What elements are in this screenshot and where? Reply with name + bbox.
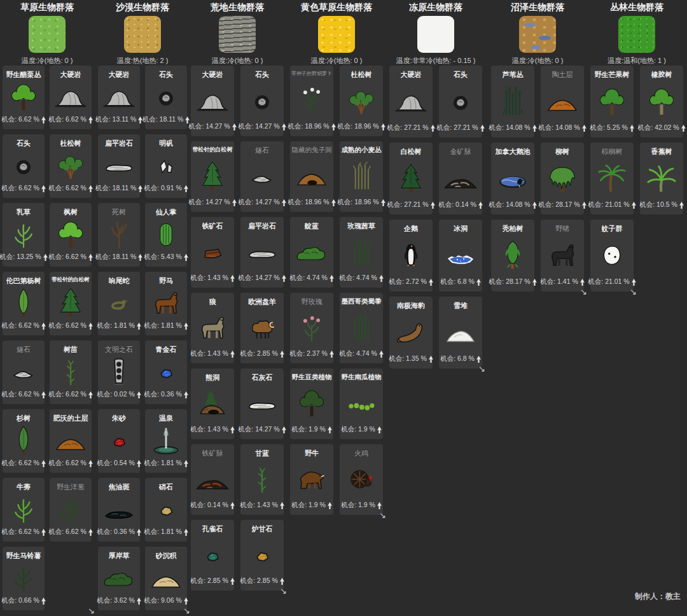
- item-card[interactable]: 玫瑰茜草机会: 4.74 %: [340, 217, 383, 288]
- item-card[interactable]: 厚岸草机会: 3.62 %: [98, 547, 140, 610]
- item-card[interactable]: 死树机会: 18.11 %: [98, 203, 140, 267]
- item-card[interactable]: 扁平岩石机会: 18.11 %: [98, 134, 140, 198]
- flint-icon: [245, 155, 279, 198]
- item-card[interactable]: 带松针的白松树机会: 6.62 %: [50, 272, 92, 335]
- item-card[interactable]: 隐藏的兔子洞机会: 18.96 %: [290, 141, 333, 212]
- item-card[interactable]: 杜松树机会: 18.96 %: [340, 66, 383, 136]
- item-card[interactable]: 明矾机会: 0.91 %: [145, 134, 187, 198]
- item-card[interactable]: 石头机会: 27.21 %: [439, 66, 482, 137]
- item-card[interactable]: 响尾蛇机会: 1.81 %: [98, 272, 140, 335]
- item-card[interactable]: 甘蓝机会: 1.43 %: [240, 444, 284, 515]
- item-card[interactable]: 野生洋葱机会: 6.62 %: [50, 478, 92, 542]
- pointer-icon: [331, 199, 336, 207]
- item-card[interactable]: 肥沃的土层机会: 6.62 %: [50, 409, 92, 473]
- item-card[interactable]: 燧石机会: 14.27 %: [240, 141, 284, 212]
- item-card[interactable]: 秃柏树机会: 28.17 %: [491, 220, 534, 291]
- biome-temperature: 温度:冷(地热: 0 ): [3, 56, 92, 66]
- expand-arrow-icon[interactable]: ↘: [88, 606, 95, 615]
- item-card[interactable]: 温泉机会: 1.81 %: [145, 409, 187, 473]
- item-card[interactable]: 野牛机会: 1.9 %: [290, 444, 333, 515]
- item-card[interactable]: 火鸡机会: 1.9 %: [340, 444, 383, 515]
- item-chance: 机会: 0.66 %: [1, 596, 46, 606]
- item-card[interactable]: 大硬岩机会: 13.11 %: [98, 66, 140, 129]
- biome-temperature: 温度:温和(地热: 1 ): [590, 56, 683, 66]
- item-chance: 机会: 10.5 %: [639, 200, 684, 210]
- item-card[interactable]: 野生醋栗丛机会: 6.62 %: [3, 66, 45, 129]
- item-card[interactable]: 文明之石机会: 0.02 %: [98, 340, 140, 404]
- item-card[interactable]: 牛蒡机会: 6.62 %: [3, 478, 45, 542]
- item-card[interactable]: 成熟的小麦丛机会: 18.96 %: [340, 141, 383, 212]
- item-card[interactable]: 砂沉积机会: 9.06 %: [145, 547, 187, 610]
- item-card[interactable]: 野玫瑰机会: 2.37 %: [290, 293, 333, 363]
- item-card[interactable]: 焦油斑机会: 0.36 %: [98, 478, 140, 542]
- item-card[interactable]: 雪堆机会: 6.8 %: [439, 297, 482, 368]
- item-card[interactable]: 石头机会: 18.11 %: [145, 66, 187, 129]
- item-chance: 机会: 14.08 %: [538, 123, 586, 133]
- item-card[interactable]: 石头机会: 14.27 %: [240, 66, 284, 136]
- item-card[interactable]: 硝石机会: 1.81 %: [145, 478, 187, 542]
- item-card[interactable]: 企鹅机会: 2.72 %: [389, 220, 433, 291]
- item-card[interactable]: 野猪机会: 1.41 %: [541, 220, 584, 291]
- item-card[interactable]: 石头机会: 6.62 %: [3, 134, 45, 198]
- flowering-plant-icon: [295, 77, 329, 122]
- item-card[interactable]: 熊洞机会: 1.43 %: [191, 368, 234, 439]
- expand-arrow-icon[interactable]: ↘: [183, 606, 190, 615]
- item-card[interactable]: 大硬岩机会: 6.62 %: [50, 66, 92, 129]
- item-card[interactable]: 白松树机会: 27.21 %: [389, 143, 433, 214]
- item-card[interactable]: 石灰石机会: 14.27 %: [240, 368, 284, 439]
- item-card[interactable]: 杉树机会: 6.62 %: [3, 409, 45, 473]
- item-card[interactable]: 墨西哥类蜀黍机会: 4.74 %: [340, 293, 383, 363]
- item-card[interactable]: 炉甘石机会: 2.85 %: [240, 520, 284, 591]
- item-card[interactable]: 欧洲盘羊机会: 2.85 %: [240, 293, 284, 363]
- expand-arrow-icon[interactable]: ↘: [478, 365, 485, 373]
- item-card[interactable]: 蚊子群机会: 21.01 %: [590, 220, 634, 291]
- item-card[interactable]: 金矿脉机会: 0.14 %: [439, 143, 482, 214]
- item-card[interactable]: 野生芒果树机会: 5.25 %: [590, 66, 634, 137]
- item-card[interactable]: 野生豆类植物机会: 1.9 %: [290, 368, 333, 439]
- gem-icon: [102, 423, 136, 459]
- item-name: 燧石: [255, 146, 269, 155]
- item-card[interactable]: 大硬岩机会: 27.21 %: [389, 66, 433, 137]
- item-card[interactable]: 橡胶树机会: 42.02 %: [640, 66, 683, 137]
- item-card[interactable]: 南极海豹机会: 1.35 %: [389, 297, 433, 368]
- expand-arrow-icon[interactable]: ↘: [580, 288, 587, 296]
- item-card[interactable]: 陶土层机会: 14.08 %: [541, 66, 584, 137]
- item-card[interactable]: 野生马铃薯机会: 0.66 %: [3, 547, 45, 610]
- pointer-icon: [679, 202, 684, 210]
- item-card[interactable]: 枫树机会: 6.62 %: [50, 203, 92, 267]
- item-card[interactable]: 青金石机会: 0.36 %: [145, 340, 187, 404]
- item-card[interactable]: 铁矿脉机会: 0.14 %: [191, 444, 234, 515]
- item-card[interactable]: 香蕉树机会: 10.5 %: [640, 143, 683, 214]
- item-card[interactable]: 铁矿石机会: 1.43 %: [191, 217, 234, 288]
- item-card[interactable]: 带松针的白松树机会: 14.27 %: [191, 141, 234, 212]
- item-card[interactable]: 乳草机会: 13.25 %: [3, 203, 45, 267]
- item-card[interactable]: 伦巴第杨树机会: 6.62 %: [3, 272, 45, 335]
- item-card[interactable]: 带种子的野胡萝卜机会: 18.96 %: [290, 66, 333, 136]
- item-card[interactable]: 树苗机会: 6.62 %: [50, 340, 92, 404]
- item-card[interactable]: 芦苇丛机会: 14.08 %: [491, 66, 534, 137]
- item-card[interactable]: 杜松树机会: 6.62 %: [50, 134, 92, 198]
- flint-icon: [6, 354, 41, 390]
- item-card[interactable]: 柳树机会: 28.17 %: [541, 143, 584, 214]
- item-card[interactable]: 野生南瓜植物机会: 1.9 %: [340, 368, 383, 439]
- expand-arrow-icon[interactable]: ↘: [379, 511, 386, 519]
- item-card[interactable]: 靛蓝机会: 4.74 %: [290, 217, 333, 288]
- item-name: 石灰石: [252, 373, 273, 382]
- item-card[interactable]: 狼机会: 1.43 %: [191, 293, 234, 363]
- item-card[interactable]: 大硬岩机会: 14.27 %: [191, 66, 234, 136]
- item-chance: 机会: 18.11 %: [95, 253, 143, 262]
- expand-arrow-icon[interactable]: ↘: [280, 587, 287, 595]
- expand-arrow-icon[interactable]: ↘: [630, 288, 637, 296]
- item-card[interactable]: 扁平岩石机会: 14.27 %: [240, 217, 284, 288]
- pointer-icon: [480, 125, 485, 133]
- item-card[interactable]: 冰洞机会: 6.8 %: [439, 220, 482, 291]
- item-card[interactable]: 燧石机会: 6.62 %: [3, 340, 45, 404]
- mound-icon: [53, 423, 88, 459]
- item-card[interactable]: 加拿大鹅池机会: 14.08 %: [491, 143, 534, 214]
- item-card[interactable]: 朱砂机会: 0.54 %: [98, 409, 140, 473]
- item-card[interactable]: 棕榈树机会: 21.01 %: [590, 143, 634, 214]
- item-card[interactable]: 野马机会: 1.81 %: [145, 272, 187, 335]
- item-card[interactable]: 仙人掌机会: 5.43 %: [145, 203, 187, 267]
- crystal-icon: [149, 148, 183, 184]
- item-card[interactable]: 孔雀石机会: 2.85 %: [191, 520, 234, 591]
